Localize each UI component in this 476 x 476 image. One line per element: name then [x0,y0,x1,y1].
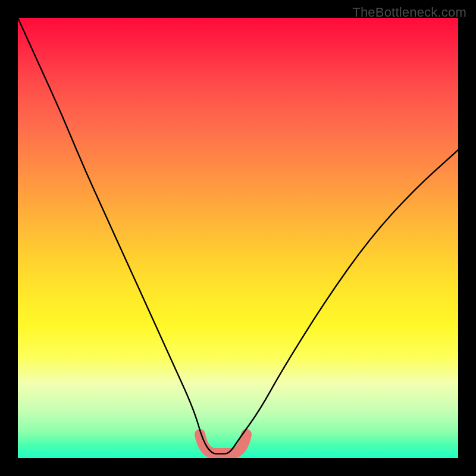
flat-minimum-highlight [200,434,246,453]
plot-area [18,18,458,458]
bottleneck-curve [18,18,458,454]
chart-frame: TheBottleneck.com [0,0,476,476]
watermark-text: TheBottleneck.com [352,5,466,20]
curve-layer [18,18,458,458]
